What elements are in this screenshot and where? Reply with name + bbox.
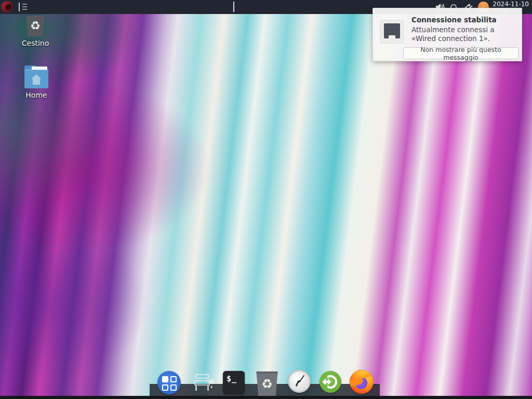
panel-menu-bar [19, 3, 20, 11]
launcher-square [162, 376, 168, 382]
panel-menu-line [22, 9, 27, 10]
session-arrow-head [328, 379, 331, 385]
bottom-edge-strip [0, 396, 532, 399]
panel-menu-line [22, 4, 27, 5]
trash-icon-label: Cestino [15, 39, 56, 47]
notification-body: Attualmente connessi a «Wired connection… [411, 25, 518, 43]
panel-menu-icon[interactable] [19, 3, 30, 12]
firefox-icon[interactable] [350, 370, 374, 394]
firefox-fringe [353, 371, 371, 378]
pager-dot [210, 386, 212, 388]
wired-network-icon [384, 23, 400, 38]
terminal-prompt-glyph: $_ [227, 374, 237, 383]
desktop-icon-home[interactable]: Home [16, 65, 57, 99]
desktop-screen: 2024-11-10 16:47 ♻ Cestino Home Connessi… [0, 0, 532, 399]
notification-popup: Connessione stabilita Attualmente connes… [373, 8, 522, 61]
panel-date: 2024-11-10 [493, 1, 529, 7]
app-launcher-icon[interactable] [157, 371, 181, 394]
terminal-icon[interactable]: $_ [223, 371, 245, 394]
distro-logo-icon[interactable] [1, 1, 12, 12]
pager-leg [207, 385, 209, 391]
launcher-square [170, 376, 177, 382]
dock-trash-icon[interactable]: ♻ [256, 371, 278, 396]
pager-leg [195, 385, 197, 391]
panel-menu-line [22, 6, 27, 7]
launcher-square [170, 384, 177, 391]
dismiss-notification-button[interactable]: Non mostrare più questo messaggio [403, 47, 518, 59]
workspace-tool-icon[interactable] [193, 373, 214, 393]
recycle-symbol: ♻ [30, 20, 41, 32]
launcher-square [162, 384, 168, 391]
home-icon-label: Home [16, 91, 57, 99]
home-folder-icon [24, 65, 48, 88]
pager-chip [209, 379, 214, 384]
clock-center-pin [298, 380, 300, 382]
desktop-icon-trash[interactable]: ♻ Cestino [15, 16, 56, 47]
panel-cursor-caret [233, 2, 234, 12]
notification-icon-frame [380, 20, 404, 44]
session-restart-icon[interactable] [320, 371, 341, 393]
pager-bar [195, 374, 209, 379]
recycle-symbol: ♻ [261, 377, 273, 391]
clock-app-icon[interactable] [288, 370, 311, 393]
notification-title: Connessione stabilita [411, 16, 497, 24]
trash-icon: ♻ [25, 16, 45, 36]
pager-frame [194, 380, 210, 385]
